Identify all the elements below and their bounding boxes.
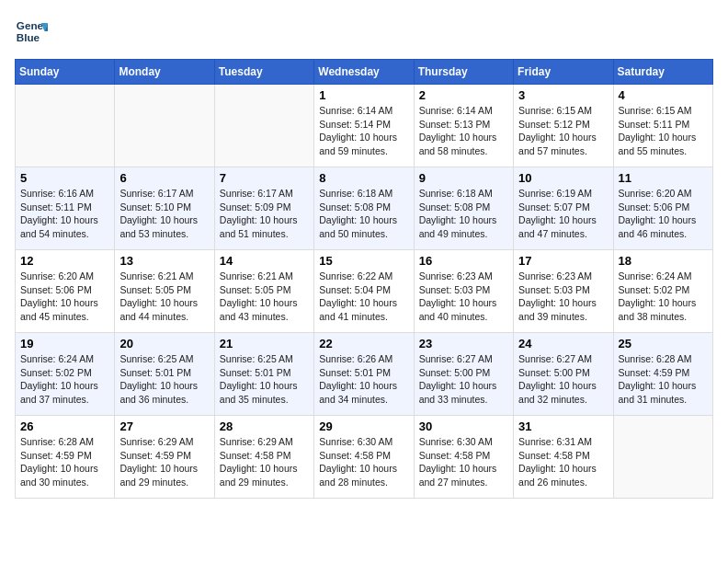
weekday-header-wednesday: Wednesday — [314, 60, 414, 85]
calendar-cell: 15Sunrise: 6:22 AMSunset: 5:04 PMDayligh… — [314, 250, 414, 333]
day-info: Sunrise: 6:22 AMSunset: 5:04 PMDaylight:… — [319, 270, 408, 324]
calendar-cell: 18Sunrise: 6:24 AMSunset: 5:02 PMDayligh… — [613, 250, 712, 333]
calendar-cell: 17Sunrise: 6:23 AMSunset: 5:03 PMDayligh… — [514, 250, 613, 333]
calendar-cell: 16Sunrise: 6:23 AMSunset: 5:03 PMDayligh… — [414, 250, 513, 333]
day-info: Sunrise: 6:15 AMSunset: 5:11 PMDaylight:… — [619, 104, 708, 158]
day-info: Sunrise: 6:30 AMSunset: 4:58 PMDaylight:… — [419, 435, 508, 489]
calendar-cell: 24Sunrise: 6:27 AMSunset: 5:00 PMDayligh… — [514, 333, 613, 416]
day-number: 20 — [119, 337, 209, 350]
calendar-cell: 27Sunrise: 6:29 AMSunset: 4:59 PMDayligh… — [115, 416, 214, 499]
day-number: 7 — [220, 171, 309, 185]
day-info: Sunrise: 6:24 AMSunset: 5:02 PMDaylight:… — [20, 352, 109, 407]
calendar-cell: 25Sunrise: 6:28 AMSunset: 4:59 PMDayligh… — [613, 333, 712, 416]
day-info: Sunrise: 6:18 AMSunset: 5:08 PMDaylight:… — [319, 187, 408, 241]
day-number: 6 — [119, 171, 209, 185]
day-number: 22 — [319, 337, 408, 350]
calendar-cell — [115, 85, 214, 167]
calendar-header: SundayMondayTuesdayWednesdayThursdayFrid… — [16, 60, 713, 85]
day-number: 9 — [419, 171, 508, 185]
day-info: Sunrise: 6:20 AMSunset: 5:06 PMDaylight:… — [619, 187, 708, 241]
calendar-cell: 19Sunrise: 6:24 AMSunset: 5:02 PMDayligh… — [16, 333, 115, 416]
day-info: Sunrise: 6:17 AMSunset: 5:10 PMDaylight:… — [119, 187, 209, 241]
calendar-week-4: 19Sunrise: 6:24 AMSunset: 5:02 PMDayligh… — [16, 333, 713, 416]
day-number: 24 — [518, 337, 608, 350]
calendar-week-1: 1Sunrise: 6:14 AMSunset: 5:14 PMDaylight… — [16, 85, 713, 167]
day-info: Sunrise: 6:25 AMSunset: 5:01 PMDaylight:… — [220, 352, 309, 407]
day-number: 2 — [419, 88, 508, 102]
day-info: Sunrise: 6:29 AMSunset: 4:59 PMDaylight:… — [119, 435, 209, 489]
day-info: Sunrise: 6:15 AMSunset: 5:12 PMDaylight:… — [518, 104, 608, 158]
day-info: Sunrise: 6:23 AMSunset: 5:03 PMDaylight:… — [419, 270, 508, 324]
day-number: 11 — [619, 171, 708, 185]
calendar-week-5: 26Sunrise: 6:28 AMSunset: 4:59 PMDayligh… — [16, 416, 713, 499]
day-number: 15 — [319, 254, 408, 268]
logo: General Blue — [15, 15, 48, 48]
calendar-week-2: 5Sunrise: 6:16 AMSunset: 5:11 PMDaylight… — [16, 167, 713, 250]
calendar-cell: 31Sunrise: 6:31 AMSunset: 4:58 PMDayligh… — [514, 416, 613, 499]
calendar-cell: 21Sunrise: 6:25 AMSunset: 5:01 PMDayligh… — [214, 333, 313, 416]
day-info: Sunrise: 6:29 AMSunset: 4:58 PMDaylight:… — [220, 435, 309, 489]
day-number: 5 — [20, 171, 109, 185]
day-info: Sunrise: 6:26 AMSunset: 5:01 PMDaylight:… — [319, 352, 408, 407]
weekday-header-monday: Monday — [115, 60, 214, 85]
day-info: Sunrise: 6:27 AMSunset: 5:00 PMDaylight:… — [518, 352, 608, 407]
day-number: 27 — [119, 419, 209, 433]
svg-text:Blue: Blue — [17, 31, 40, 43]
calendar-week-3: 12Sunrise: 6:20 AMSunset: 5:06 PMDayligh… — [16, 250, 713, 333]
weekday-header-tuesday: Tuesday — [214, 60, 313, 85]
weekday-header-saturday: Saturday — [613, 60, 712, 85]
day-number: 28 — [220, 419, 309, 433]
day-number: 12 — [20, 254, 109, 268]
day-number: 26 — [20, 419, 109, 433]
calendar-cell: 6Sunrise: 6:17 AMSunset: 5:10 PMDaylight… — [115, 167, 214, 250]
calendar-cell: 2Sunrise: 6:14 AMSunset: 5:13 PMDaylight… — [414, 85, 513, 167]
day-info: Sunrise: 6:27 AMSunset: 5:00 PMDaylight:… — [419, 352, 508, 407]
weekday-header-sunday: Sunday — [16, 60, 115, 85]
day-number: 3 — [518, 88, 608, 102]
day-info: Sunrise: 6:18 AMSunset: 5:08 PMDaylight:… — [419, 187, 508, 241]
calendar-cell: 1Sunrise: 6:14 AMSunset: 5:14 PMDaylight… — [314, 85, 414, 167]
day-info: Sunrise: 6:14 AMSunset: 5:14 PMDaylight:… — [319, 104, 408, 158]
day-number: 30 — [419, 419, 508, 433]
calendar-cell: 28Sunrise: 6:29 AMSunset: 4:58 PMDayligh… — [214, 416, 313, 499]
calendar-cell: 14Sunrise: 6:21 AMSunset: 5:05 PMDayligh… — [214, 250, 313, 333]
day-info: Sunrise: 6:21 AMSunset: 5:05 PMDaylight:… — [119, 270, 209, 324]
day-info: Sunrise: 6:14 AMSunset: 5:13 PMDaylight:… — [419, 104, 508, 158]
day-number: 1 — [319, 88, 408, 102]
day-info: Sunrise: 6:17 AMSunset: 5:09 PMDaylight:… — [220, 187, 309, 241]
page-header: General Blue — [15, 15, 713, 48]
calendar-cell: 8Sunrise: 6:18 AMSunset: 5:08 PMDaylight… — [314, 167, 414, 250]
calendar-cell: 4Sunrise: 6:15 AMSunset: 5:11 PMDaylight… — [613, 85, 712, 167]
day-number: 14 — [220, 254, 309, 268]
calendar-cell — [214, 85, 313, 167]
day-info: Sunrise: 6:24 AMSunset: 5:02 PMDaylight:… — [619, 270, 708, 324]
day-number: 25 — [619, 337, 708, 350]
day-number: 29 — [319, 419, 408, 433]
calendar-cell: 11Sunrise: 6:20 AMSunset: 5:06 PMDayligh… — [613, 167, 712, 250]
day-info: Sunrise: 6:30 AMSunset: 4:58 PMDaylight:… — [319, 435, 408, 489]
calendar-cell: 9Sunrise: 6:18 AMSunset: 5:08 PMDaylight… — [414, 167, 513, 250]
day-number: 21 — [220, 337, 309, 350]
day-number: 16 — [419, 254, 508, 268]
calendar-cell: 29Sunrise: 6:30 AMSunset: 4:58 PMDayligh… — [314, 416, 414, 499]
calendar-cell: 20Sunrise: 6:25 AMSunset: 5:01 PMDayligh… — [115, 333, 214, 416]
day-number: 31 — [518, 419, 608, 433]
calendar-cell — [613, 416, 712, 499]
day-info: Sunrise: 6:16 AMSunset: 5:11 PMDaylight:… — [20, 187, 109, 241]
day-info: Sunrise: 6:28 AMSunset: 4:59 PMDaylight:… — [20, 435, 109, 489]
day-info: Sunrise: 6:21 AMSunset: 5:05 PMDaylight:… — [220, 270, 309, 324]
logo-icon: General Blue — [15, 15, 48, 48]
weekday-header-friday: Friday — [514, 60, 613, 85]
day-number: 8 — [319, 171, 408, 185]
day-number: 23 — [419, 337, 508, 350]
calendar-cell: 23Sunrise: 6:27 AMSunset: 5:00 PMDayligh… — [414, 333, 513, 416]
calendar-cell: 5Sunrise: 6:16 AMSunset: 5:11 PMDaylight… — [16, 167, 115, 250]
day-number: 10 — [518, 171, 608, 185]
day-number: 4 — [619, 88, 708, 102]
calendar-cell: 13Sunrise: 6:21 AMSunset: 5:05 PMDayligh… — [115, 250, 214, 333]
day-info: Sunrise: 6:28 AMSunset: 4:59 PMDaylight:… — [619, 352, 708, 407]
calendar-table: SundayMondayTuesdayWednesdayThursdayFrid… — [15, 59, 713, 499]
calendar-cell: 12Sunrise: 6:20 AMSunset: 5:06 PMDayligh… — [16, 250, 115, 333]
day-info: Sunrise: 6:19 AMSunset: 5:07 PMDaylight:… — [518, 187, 608, 241]
day-info: Sunrise: 6:31 AMSunset: 4:58 PMDaylight:… — [518, 435, 608, 489]
